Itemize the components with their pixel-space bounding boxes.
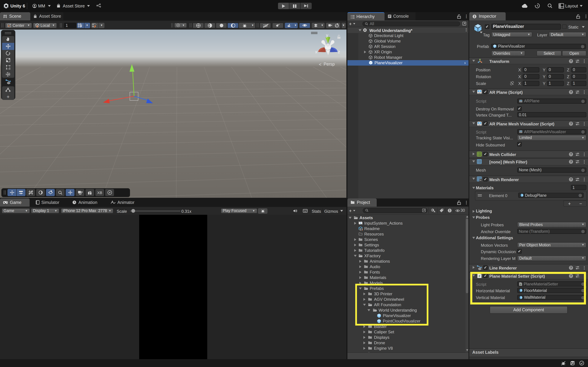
svg-text:?: ? (570, 90, 572, 94)
svg-text:?: ? (570, 152, 572, 156)
svg-text:?: ? (570, 178, 572, 181)
svg-text:?: ? (570, 59, 572, 63)
svg-text:?: ? (570, 122, 572, 125)
svg-text:Y: Y (80, 25, 82, 27)
svg-text:?: ? (570, 160, 572, 163)
svg-text:?: ? (570, 266, 572, 269)
